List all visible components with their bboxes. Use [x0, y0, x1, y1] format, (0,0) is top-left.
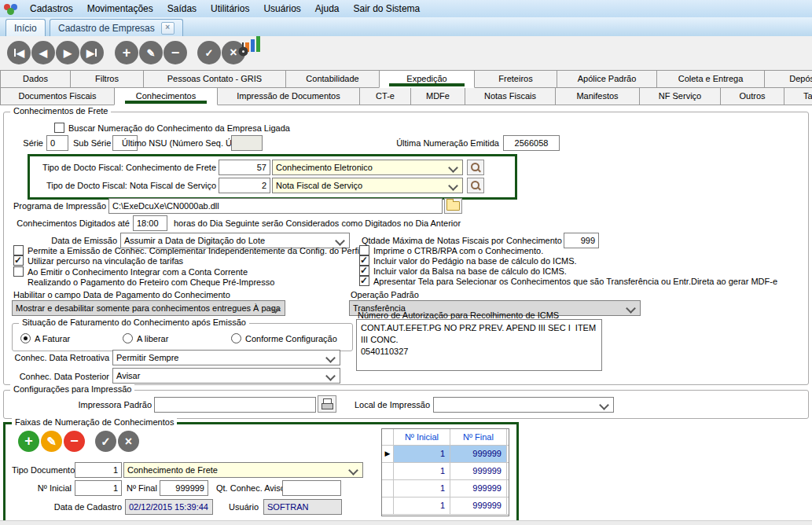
incluir-pedagio-label: Incluir valor do Pedágio na base de cálc… [373, 256, 577, 266]
apresentar-tela-checkbox[interactable] [359, 276, 369, 286]
data-retroativa-value: Permitir Sempre [116, 353, 178, 362]
nav-prev-button[interactable]: ◀ [31, 41, 55, 64]
page-tabs-row2: Documentos Fiscais Conhecimentos Impress… [0, 88, 812, 105]
table-row[interactable]: ▶ 1 999999 [382, 446, 509, 463]
search-docto-frete-button[interactable] [467, 160, 484, 175]
digitados-ate-input[interactable]: 18:00 [133, 215, 167, 231]
table-row[interactable]: 1 999999 [382, 480, 509, 497]
minus-icon: − [171, 46, 180, 60]
tab-notas-fiscais[interactable]: Notas Fiscais [465, 87, 556, 105]
numero-inicial-input[interactable]: 1 [75, 480, 122, 496]
add-record-button[interactable]: + [115, 41, 138, 64]
tipo-documento-select[interactable]: Conhecimento de Frete [123, 462, 363, 478]
pencil-icon: ✎ [46, 435, 57, 449]
reports-chart-button[interactable] [242, 42, 266, 64]
close-tab-icon[interactable]: × [161, 22, 175, 35]
data-retroativa-select[interactable]: Permitir Sempre [112, 350, 340, 365]
tab-pessoas-contato-gris[interactable]: Pessoas Contato - GRIS [143, 70, 286, 88]
integrar-conta-corrente-checkbox[interactable] [13, 266, 24, 277]
data-cadastro-value: 02/12/2015 15:39:44 [125, 499, 213, 515]
qt-conhec-aviso-input[interactable] [282, 480, 341, 496]
numero-inicial-label: Nº Inicial [12, 483, 72, 494]
tab-cte[interactable]: CT-e [359, 87, 411, 105]
tipo-docto-nfs-code-input[interactable]: 2 [219, 178, 270, 193]
menu-cadastros[interactable]: Cadastros [23, 1, 80, 17]
tab-apolice-padrao[interactable]: Apólice Padrão [557, 70, 657, 88]
tab-documentos-fiscais[interactable]: Documentos Fiscais [0, 87, 115, 105]
tab-mdfe[interactable]: MDFe [410, 87, 465, 105]
table-row[interactable]: 1 999999 [382, 463, 509, 480]
tab-filtros[interactable]: Filtros [70, 70, 144, 88]
browse-programa-button[interactable] [444, 198, 462, 214]
radio-a-faturar-label: A Faturar [35, 334, 70, 344]
nav-last-button[interactable]: ▶ [80, 41, 104, 64]
confirm-button[interactable]: ✓ [197, 41, 221, 64]
utilizar-percurso-checkbox[interactable] [13, 255, 24, 266]
nav-next-button[interactable]: ▶ [56, 41, 79, 64]
local-impressao-select[interactable] [433, 397, 614, 413]
tab-expedicao[interactable]: Expedição [379, 70, 475, 88]
menu-ajuda[interactable]: Ajuda [308, 1, 347, 17]
tab-conhecimentos[interactable]: Conhecimentos [114, 87, 218, 105]
tipo-documento-code-input[interactable]: 1 [75, 462, 122, 478]
row-indicator-cell: ▶ [382, 446, 394, 462]
tipo-docto-nfs-label: Tipo de Docto Fiscal: Nota Fiscal de Ser… [34, 181, 216, 191]
search-docto-nfs-button[interactable] [467, 178, 484, 193]
group-conhecimentos-frete: Conhecimentos de Frete Buscar Numeração … [3, 112, 809, 385]
tipo-docto-frete-select[interactable]: Conhecimento Eletronico [272, 160, 463, 175]
search-icon [470, 180, 481, 191]
menu-utilitarios[interactable]: Utilitários [204, 1, 256, 17]
impressora-padrao-input[interactable] [154, 397, 316, 413]
chevron-down-icon [448, 181, 458, 191]
qtd-maxima-input[interactable]: 999 [564, 233, 599, 248]
programa-impressao-input[interactable]: C:\ExeDcuXe\CN0000ab.dll [108, 198, 443, 214]
page-tabs-row1: Dados Filtros Pessoas Contato - GRIS Con… [0, 71, 812, 88]
tab-manifestos[interactable]: Manifestos [555, 87, 640, 105]
check-icon: ✓ [205, 48, 214, 58]
tipo-documento-label: Tipo Documento [12, 465, 72, 475]
tab-outros[interactable]: Outros [720, 87, 784, 105]
table-row[interactable]: 1 999999 [382, 497, 509, 515]
tab-impressao-documentos[interactable]: Impressão de Documentos [217, 87, 360, 105]
tab-inicio[interactable]: Início [6, 19, 46, 36]
tab-freteiros[interactable]: Freteiros [474, 70, 557, 88]
habilitar-data-pagamento-select[interactable]: Mostrar e desabilitar somente para conhe… [12, 300, 285, 316]
tab-deposito[interactable]: Depósito [764, 70, 812, 88]
tipo-docto-frete-code-input[interactable]: 57 [219, 160, 270, 175]
faixa-confirm-button[interactable]: ✓ [95, 431, 116, 452]
menu-movimentacoes[interactable]: Movimentações [80, 1, 160, 17]
menu-usuarios[interactable]: Usuários [256, 1, 307, 17]
menu-saidas[interactable]: Saídas [160, 1, 204, 17]
radio-a-faturar[interactable] [20, 333, 31, 343]
radio-a-liberar[interactable] [123, 333, 133, 343]
menu-sair[interactable]: Sair do Sistema [347, 1, 428, 17]
numero-final-input[interactable]: 999999 [160, 480, 208, 496]
chart-icon [242, 42, 244, 53]
faixa-add-button[interactable]: + [18, 431, 39, 452]
delete-record-button[interactable]: − [164, 41, 187, 64]
radio-conforme-config[interactable] [231, 333, 241, 343]
data-posterior-select[interactable]: Avisar [112, 368, 340, 384]
select-printer-button[interactable] [318, 395, 336, 413]
row-indicator-cell [382, 480, 394, 497]
nav-first-button[interactable]: ◀ [7, 41, 31, 64]
faixas-table[interactable]: Nº Inicial Nº Final ▶ 1 999999 1 999999 … [381, 428, 509, 516]
faixa-edit-button[interactable]: ✎ [41, 431, 62, 452]
ultima-numeracao-input[interactable]: 2566058 [503, 135, 560, 151]
autorizacao-icms-textarea[interactable]: CONT.AUT.EFET.PG NO PRZ PREV. APEND III … [356, 319, 602, 371]
tab-cadastro-empresas[interactable]: Cadastro de Empresas × [50, 19, 183, 36]
tab-dados[interactable]: Dados [0, 70, 71, 88]
imprime-ctrb-label: Imprime o CTRB/RPA com o Conhecimento. [373, 246, 543, 256]
buscar-numeracao-checkbox[interactable] [54, 123, 64, 133]
row-indicator-cell [382, 463, 394, 479]
faixa-delete-button[interactable]: − [64, 431, 85, 452]
buscar-numeracao-label: Buscar Numeração do Conhecimento da Empr… [68, 123, 290, 134]
tab-coleta-entrega[interactable]: Coleta e Entrega [656, 70, 765, 88]
tab-tabelas-frete[interactable]: Tabelas de Frete [784, 87, 812, 105]
tab-contabilidade[interactable]: Contabilidade [285, 70, 380, 88]
edit-record-button[interactable]: ✎ [139, 41, 163, 64]
faixa-cancel-button[interactable]: × [118, 431, 139, 452]
serie-input[interactable]: 0 [46, 135, 68, 151]
tipo-docto-nfs-select[interactable]: Nota Fiscal de Serviço [272, 178, 463, 193]
tab-nf-servico[interactable]: NF Serviço [639, 87, 721, 105]
